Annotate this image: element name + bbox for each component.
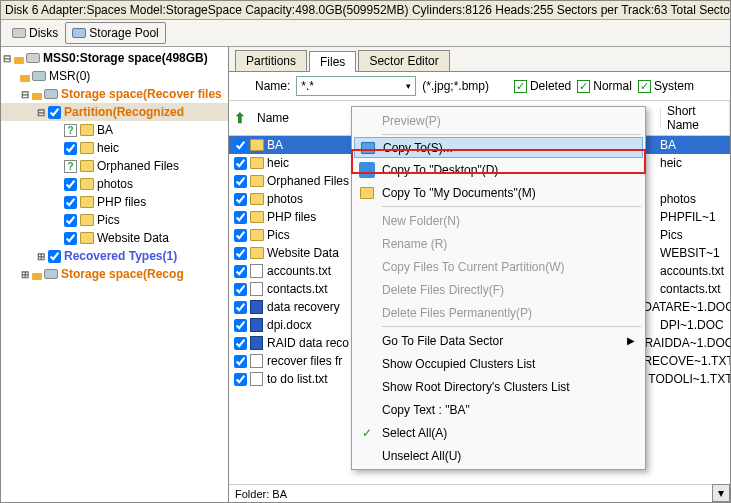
file-checkbox[interactable] [234,373,247,386]
tree-checkbox[interactable] [64,196,77,209]
file-shortname: WEBSIT~1 [660,246,720,260]
file-checkbox[interactable] [234,229,247,242]
file-name: recover files fr [267,354,342,368]
menu-delete-direct[interactable]: Delete Files Directly(F) [354,278,643,301]
menu-preview[interactable]: Preview(P) [354,109,643,132]
file-shortname: DPI~1.DOC [660,318,724,332]
tab-files[interactable]: Files [309,51,356,72]
tab-partitions[interactable]: Partitions [235,50,307,71]
menu-copy-documents[interactable]: Copy To "My Documents"(M) [354,181,643,204]
tree-item[interactable]: ?Orphaned Files [1,157,228,175]
tree-recovered[interactable]: ⊞ Recovered Types(1) [1,247,228,265]
tree-checkbox[interactable] [64,178,77,191]
tree-checkbox[interactable] [64,232,77,245]
tree-item-label: PHP files [97,195,146,209]
menu-show-root-clusters[interactable]: Show Root Directory's Clusters List [354,375,643,398]
question-checkbox[interactable]: ? [64,160,77,173]
folder-icon [80,124,94,136]
text-file-icon [250,264,263,278]
tree-item[interactable]: heic [1,139,228,157]
file-checkbox[interactable] [234,283,247,296]
tree-checkbox[interactable] [48,106,61,119]
check-icon: ✓ [359,425,375,441]
tab-sector-editor[interactable]: Sector Editor [358,50,449,71]
word-doc-icon [250,336,263,350]
tree-partition[interactable]: ⊟ Partition(Recognized [1,103,228,121]
tree-item[interactable]: Pics [1,211,228,229]
menu-copy-text[interactable]: Copy Text : "BA" [354,398,643,421]
file-checkbox[interactable] [234,301,247,314]
tree-msr[interactable]: MSR(0) [1,67,228,85]
scroll-down-button[interactable]: ▾ [712,484,730,502]
tree-storage-recog[interactable]: ⊞ Storage space(Recog [1,265,228,283]
tree-checkbox[interactable] [64,214,77,227]
menu-rename[interactable]: Rename (R) [354,232,643,255]
folder-icon [80,214,94,226]
menu-unselect-all[interactable]: Unselect All(U) [354,444,643,467]
file-checkbox[interactable] [234,139,247,152]
file-checkbox[interactable] [234,355,247,368]
tree-checkbox[interactable] [64,142,77,155]
menu-show-clusters[interactable]: Show Occupied Clusters List [354,352,643,375]
file-checkbox[interactable] [234,193,247,206]
tree-checkbox[interactable] [48,250,61,263]
collapse-icon[interactable]: ⊟ [35,107,47,118]
folder-icon [250,175,264,187]
file-checkbox[interactable] [234,211,247,224]
tree-root-label: MSS0:Storage space(498GB) [43,51,208,65]
disks-button[interactable]: Disks [5,22,65,44]
file-checkbox[interactable] [234,175,247,188]
tree-root[interactable]: ⊟ MSS0:Storage space(498GB) [1,49,228,67]
menu-copy-to[interactable]: Copy To(S)... [354,137,643,158]
tree-item[interactable]: PHP files [1,193,228,211]
folder-icon [80,178,94,190]
normal-checkbox[interactable]: Normal [577,79,632,93]
tree-item[interactable]: photos [1,175,228,193]
file-name: Orphaned Files [267,174,349,188]
folder-icon [80,196,94,208]
up-folder-button[interactable]: ⬆ [229,109,251,127]
file-name: accounts.txt [267,264,331,278]
check-icon [638,80,651,93]
menu-copy-current[interactable]: Copy Files To Current Partition(W) [354,255,643,278]
expand-icon[interactable]: ⊞ [35,251,47,262]
menu-copy-desktop[interactable]: Copy To "Desktop"(D) [354,158,643,181]
folder-arrow-icon [360,140,376,156]
tree-panel: ⊟ MSS0:Storage space(498GB) MSR(0) ⊟ Sto… [1,47,229,503]
folder-icon [250,211,264,223]
file-checkbox[interactable] [234,247,247,260]
tree-item[interactable]: Website Data [1,229,228,247]
file-checkbox[interactable] [234,265,247,278]
file-name: photos [267,192,303,206]
name-filter-combo[interactable]: *.* ▾ [296,76,416,96]
text-file-icon [250,282,263,296]
file-shortname: TODOLI~1.TXT [648,372,730,386]
header-shortname[interactable]: Short Name [661,101,730,135]
tree-storage-recover[interactable]: ⊟ Storage space(Recover files [1,85,228,103]
disks-label: Disks [29,26,58,40]
file-checkbox[interactable] [234,157,247,170]
menu-select-all[interactable]: ✓ Select All(A) [354,421,643,444]
storage-pool-button[interactable]: Storage Pool [65,22,165,44]
deleted-checkbox[interactable]: Deleted [514,79,571,93]
filter-value: *.* [301,79,314,93]
expand-icon[interactable]: ⊞ [19,269,31,280]
collapse-icon[interactable]: ⊟ [19,89,31,100]
folder-icon [80,160,94,172]
disk-info-bar: Disk 6 Adapter:Spaces Model:StorageSpace… [1,1,730,20]
file-name: PHP files [267,210,316,224]
system-checkbox[interactable]: System [638,79,694,93]
file-checkbox[interactable] [234,337,247,350]
collapse-icon[interactable]: ⊟ [1,53,13,64]
submenu-arrow-icon: ▶ [627,335,635,346]
menu-delete-perm[interactable]: Delete Files Permanently(P) [354,301,643,324]
partition-icon [44,89,58,99]
word-doc-icon [250,300,263,314]
question-checkbox[interactable]: ? [64,124,77,137]
file-checkbox[interactable] [234,319,247,332]
tree-item[interactable]: ?BA [1,121,228,139]
file-shortname: contacts.txt [660,282,721,296]
menu-new-folder[interactable]: New Folder(N) [354,209,643,232]
menu-goto-sector[interactable]: Go To File Data Sector▶ [354,329,643,352]
pool-icon [72,28,86,38]
